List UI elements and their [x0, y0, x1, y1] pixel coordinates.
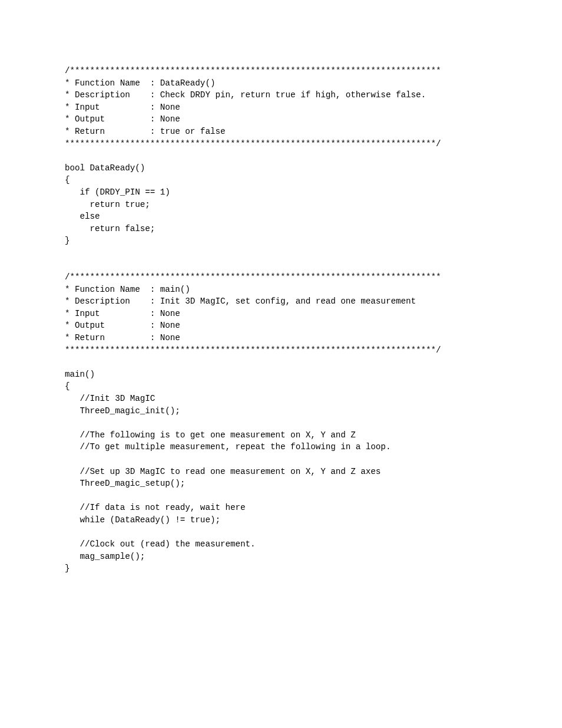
code-document: /***************************************… — [0, 0, 562, 575]
code-block: /***************************************… — [65, 66, 441, 573]
